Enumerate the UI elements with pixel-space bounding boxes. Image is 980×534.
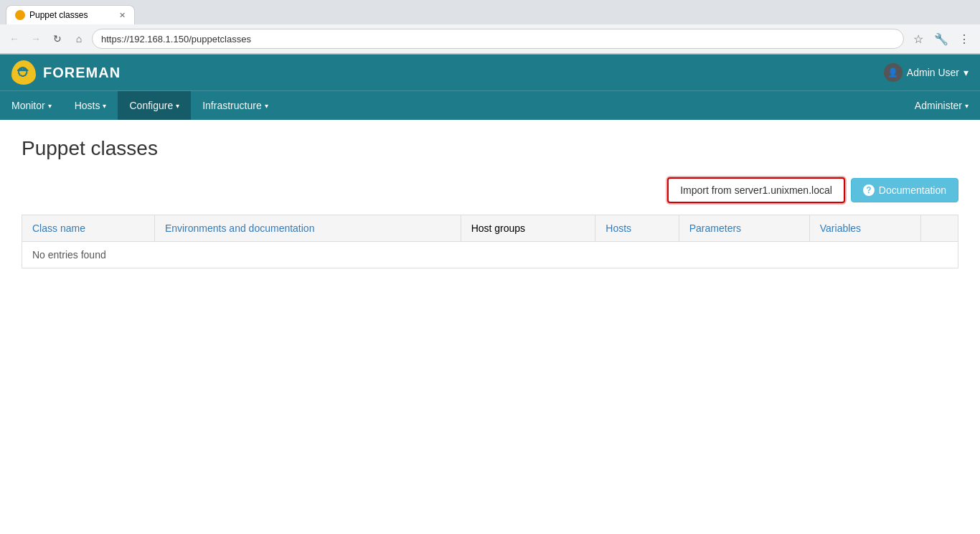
user-label: Admin User [907,67,959,78]
nav-item-hosts[interactable]: Hosts ▾ [63,91,118,120]
col-host-groups-label: Host groups [471,222,525,234]
nav-monitor-caret: ▾ [48,102,52,110]
nav-item-configure[interactable]: Configure ▾ [118,91,191,120]
documentation-button[interactable]: ? Documentation [851,178,958,202]
tab-title: Puppet classes [29,10,88,20]
import-button[interactable]: Import from server1.unixmen.local [667,177,845,203]
user-caret-icon: ▾ [963,67,969,78]
user-menu[interactable]: 👤 Admin User ▾ [884,63,969,82]
page-title: Puppet classes [22,137,958,160]
nav-configure-caret: ▾ [176,102,179,110]
browser-chrome: Puppet classes ✕ ← → ↻ ⌂ ☆ 🔧 ⋮ [0,0,980,55]
home-button[interactable]: ⌂ [70,30,88,47]
extensions-button[interactable]: 🔧 [931,29,951,49]
main-content: Puppet classes Import from server1.unixm… [0,120,980,534]
col-environments-link[interactable]: Environments and documentation [165,222,315,234]
nav-administer-label: Administer [915,100,962,111]
col-environments: Environments and documentation [154,215,461,242]
address-bar[interactable] [92,29,904,49]
table-header-row: Class name Environments and documentatio… [22,215,958,242]
documentation-icon: ? [863,184,875,196]
table-body: No entries found [22,242,958,268]
browser-actions: ☆ 🔧 ⋮ [908,29,974,49]
app-nav: Monitor ▾ Hosts ▾ Configure ▾ Infrastruc… [0,90,980,120]
col-class-name-link[interactable]: Class name [32,222,85,234]
nav-infrastructure-label: Infrastructure [202,100,261,111]
no-entries-text: No entries found [32,238,106,272]
col-variables-link[interactable]: Variables [820,222,861,234]
nav-monitor-label: Monitor [11,100,45,111]
nav-hosts-caret: ▾ [103,102,106,110]
no-entries-cell: No entries found [22,242,958,268]
nav-left: Monitor ▾ Hosts ▾ Configure ▾ Infrastruc… [0,91,280,120]
forward-button[interactable]: → [27,30,44,47]
tab-close-button[interactable]: ✕ [119,11,126,20]
app-logo-text: FOREMAN [43,65,121,81]
col-actions [920,215,958,242]
nav-configure-label: Configure [129,100,173,111]
nav-item-administer[interactable]: Administer ▾ [903,91,980,120]
bookmark-button[interactable]: ☆ [908,29,928,49]
menu-button[interactable]: ⋮ [954,29,974,49]
col-variables: Variables [809,215,920,242]
back-button[interactable]: ← [6,30,23,47]
col-hosts-link[interactable]: Hosts [606,222,631,234]
nav-infrastructure-caret: ▾ [265,102,268,110]
documentation-label: Documentation [879,184,946,196]
col-host-groups: Host groups [461,215,595,242]
col-parameters: Parameters [679,215,809,242]
nav-item-monitor[interactable]: Monitor ▾ [0,91,63,120]
app-logo: ⛑ FOREMAN [11,60,121,85]
table-head: Class name Environments and documentatio… [22,215,958,242]
browser-tab[interactable]: Puppet classes ✕ [6,5,135,24]
table-empty-row: No entries found [22,242,958,268]
user-avatar-icon: 👤 [884,63,903,82]
browser-tab-bar: Puppet classes ✕ [0,0,980,24]
foreman-logo-icon: ⛑ [11,60,36,85]
nav-hosts-label: Hosts [75,100,100,111]
app-header: ⛑ FOREMAN 👤 Admin User ▾ [0,55,980,90]
col-hosts: Hosts [595,215,679,242]
reload-button[interactable]: ↻ [49,30,66,47]
actions-bar: Import from server1.unixmen.local ? Docu… [22,177,958,203]
nav-administer-caret: ▾ [965,102,969,110]
browser-toolbar: ← → ↻ ⌂ ☆ 🔧 ⋮ [0,24,980,54]
puppet-classes-table: Class name Environments and documentatio… [22,215,958,268]
nav-right: Administer ▾ [903,91,980,120]
nav-item-infrastructure[interactable]: Infrastructure ▾ [191,91,279,120]
tab-favicon [15,10,25,20]
col-parameters-link[interactable]: Parameters [689,222,741,234]
